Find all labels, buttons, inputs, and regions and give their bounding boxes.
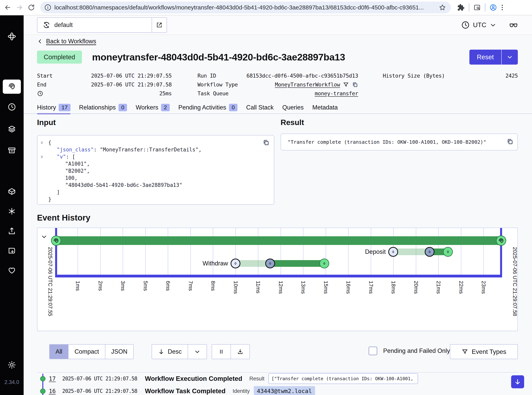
activity-scheduled-marker-deposit[interactable] [388,247,398,257]
sidebar-item-archive[interactable] [3,143,21,158]
address-bar[interactable]: localhost:8080/namespaces/default/workfl… [40,2,451,13]
workflow-tabs: History17Relationships0Workers2Pending A… [37,102,338,113]
event-row[interactable]: 162025-07-06 UTC 21:29:07.58Workflow Tas… [49,385,315,395]
workflow-end-node[interactable] [496,236,506,246]
docs-icon [7,246,16,256]
temporal-logo-icon[interactable] [3,29,21,44]
timeline-gridline [100,228,101,277]
json-value: 100, [65,175,77,181]
browser-forward-icon[interactable] [15,3,24,12]
browser-menu-icon[interactable] [498,3,507,12]
view-option-compact[interactable]: Compact [69,345,105,359]
timeline-collapse-chevron-icon[interactable] [41,233,48,241]
timeline-gridline [123,228,123,277]
sort-menu-button[interactable] [188,345,207,359]
activity-scheduled-bar-withdraw[interactable] [236,260,270,267]
copy-icon[interactable] [506,138,514,146]
labs-glasses-icon[interactable] [509,21,518,29]
tab-pending-activities[interactable]: Pending Activities0 [178,102,238,113]
view-option-all[interactable]: All [50,345,69,359]
tab-metadata[interactable]: Metadata [312,102,338,113]
activity-started-marker-withdraw[interactable] [265,258,275,268]
schedules-icon [7,102,16,112]
sidebar-item-feedback[interactable] [3,264,21,278]
tab-call-stack[interactable]: Call Stack [246,102,274,113]
namespace-selector-main[interactable]: default [37,18,152,32]
workflow-start-node[interactable] [51,236,61,246]
bookmark-star-icon[interactable] [438,3,447,12]
sidebar-item-schedules[interactable] [3,100,21,114]
detail-value-text: 68153dcc-d0f6-4500-afbc-c93651b75d13 [247,73,358,79]
event-id-link[interactable]: 17 [49,375,62,382]
download-history-button[interactable] [231,345,249,359]
detail-value: MoneyTransferWorkflow [275,82,358,88]
nexus-icon [7,207,16,217]
detail-value-link[interactable]: money-transfer [315,90,358,97]
activity-completed-marker-withdraw[interactable] [319,258,329,268]
sidebar-item-docs[interactable] [3,244,21,258]
sort-desc-button[interactable]: Desc [152,345,188,359]
detail-value: 25ms [159,90,172,97]
detail-value-link[interactable]: MoneyTransferWorkflow [275,82,340,88]
event-types-filter-button[interactable]: Event Types [450,344,518,359]
site-info-icon[interactable] [44,3,52,12]
status-badge: Completed [37,51,82,64]
tab-label: Workers [136,104,158,111]
back-to-workflows-link[interactable]: Back to Workflows [37,38,96,45]
pause-button[interactable] [212,345,231,359]
workflow-execution-bar[interactable] [56,236,501,245]
side-panel-icon[interactable] [472,3,482,12]
activity-scheduled-marker-withdraw[interactable] [230,258,240,268]
extensions-icon[interactable] [456,3,466,12]
collapse-chevron-icon[interactable]: ∨ [41,153,43,160]
timeline-gridline [280,228,281,277]
json-line: "A1001", [37,160,274,167]
detail-run-id: Run ID68153dcc-d0f6-4500-afbc-c93651b75d… [197,71,358,80]
namespace-external-link-button[interactable] [152,18,167,32]
sidebar-item-nexus[interactable] [3,205,21,219]
tab-relationships[interactable]: Relationships0 [79,102,127,113]
details-column-ids: Run ID68153dcc-d0f6-4500-afbc-c93651b75d… [197,71,358,98]
chevron-left-icon [37,38,43,44]
event-list: 172025-07-06 UTC 21:29:07.58Workflow Exe… [0,372,532,395]
reset-menu-button[interactable] [501,50,518,65]
activity-label-withdraw: Withdraw [203,260,228,267]
copy-icon[interactable] [352,82,358,88]
tab-history[interactable]: History17 [37,102,71,113]
tab-workers[interactable]: Workers2 [136,102,170,113]
sidebar-item-task-queues[interactable] [3,122,21,136]
detail-task-queue: Task Queuemoney-transfer [197,89,358,98]
detail-value-text: 2425 [505,73,518,79]
pending-failed-checkbox[interactable] [369,346,377,355]
view-option-json[interactable]: JSON [105,345,133,359]
detail-value-text: 2025-07-06 UTC 21:29:07.58 [91,82,172,88]
timeline-tick-label: 12ms [278,281,284,294]
collapse-chevron-icon[interactable]: ∨ [41,139,43,146]
timezone-selector[interactable]: UTC [461,21,497,29]
profile-avatar-icon[interactable] [489,3,498,12]
json-line: } [37,196,274,203]
activity-running-bar-withdraw[interactable] [270,260,324,267]
reset-button[interactable]: Reset [469,50,501,65]
event-row[interactable]: 172025-07-06 UTC 21:29:07.58Workflow Exe… [49,373,418,384]
sidebar-item-import[interactable] [3,224,21,238]
event-list-divider [37,372,518,373]
filter-icon[interactable] [343,82,349,88]
tab-count-badge: 2 [161,104,170,111]
sidebar-item-namespaces[interactable] [3,185,21,199]
activity-completed-marker-deposit[interactable] [443,247,453,257]
namespace-selector[interactable]: default [37,17,167,33]
activity-scheduled-bar-deposit[interactable] [393,248,430,255]
view-toggle-group: AllCompactJSON [49,344,134,359]
activity-started-marker-deposit[interactable] [425,247,434,257]
tab-queries[interactable]: Queries [282,102,304,113]
json-value: : [ [66,154,75,160]
scroll-to-bottom-button[interactable] [511,375,524,388]
timeline-gridline [77,228,78,277]
browser-reload-icon[interactable] [27,3,36,12]
sidebar-item-workflows[interactable] [3,80,21,94]
browser-back-icon[interactable] [3,3,12,12]
timeline-tick-label: 3ms [120,281,126,291]
event-id-link[interactable]: 16 [49,388,62,395]
url-text: localhost:8080/namespaces/default/workfl… [54,4,438,11]
